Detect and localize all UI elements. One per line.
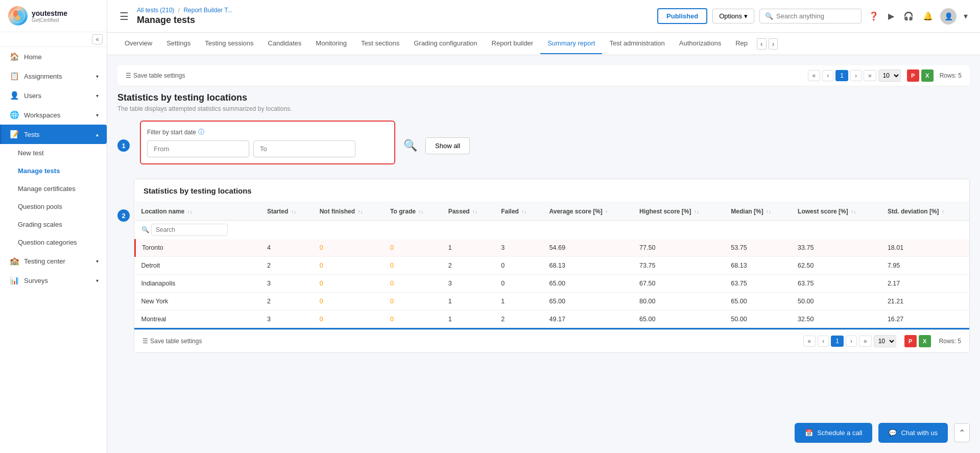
tab-authorizations[interactable]: Authorizations <box>672 33 728 54</box>
save-settings-button[interactable]: ☰ Save table settings <box>142 338 202 345</box>
sidebar-item-home[interactable]: 🏠 Home <box>0 47 107 66</box>
table-search-input[interactable] <box>151 224 228 236</box>
tab-candidates[interactable]: Candidates <box>261 33 309 54</box>
menu-button[interactable]: ☰ <box>117 8 131 25</box>
sidebar-item-grading-scales[interactable]: Grading scales <box>0 216 107 233</box>
first-page-button[interactable]: « <box>803 336 816 347</box>
last-page-button[interactable]: » <box>864 70 876 81</box>
sidebar-item-tests[interactable]: 📝 Tests ▴ <box>0 125 107 144</box>
cell-std-deviation: 18.01 <box>881 239 969 257</box>
tab-test-sections[interactable]: Test sections <box>354 33 407 54</box>
cell-std-deviation: 16.27 <box>881 311 969 328</box>
prev-page-button[interactable]: ‹ <box>822 70 833 81</box>
page-1-button[interactable]: 1 <box>835 70 848 81</box>
options-button[interactable]: Options ▾ <box>712 9 754 23</box>
first-page-button[interactable]: « <box>808 70 821 81</box>
rows-count: Rows: 5 <box>940 72 962 79</box>
options-label: Options <box>719 12 742 20</box>
all-tests-link[interactable]: All tests (210) <box>137 7 174 14</box>
page-title: Manage tests <box>137 15 651 26</box>
cell-to-grade: 0 <box>384 311 442 328</box>
cell-passed: 3 <box>442 275 495 293</box>
table-header-row: Location name ↑↓ Started ↑↓ Not finished… <box>135 203 970 221</box>
published-button[interactable]: Published <box>657 8 707 24</box>
collapse-btn[interactable]: « <box>92 34 103 44</box>
tab-overview[interactable]: Overview <box>117 33 159 54</box>
sidebar-item-manage-certificates[interactable]: Manage certificates <box>0 180 107 198</box>
sort-icon[interactable]: ↑↓ <box>766 209 771 214</box>
avatar[interactable]: 👤 <box>940 8 957 25</box>
sort-icon[interactable]: ↑↓ <box>521 209 527 214</box>
sort-icon[interactable]: ↑↓ <box>291 209 296 214</box>
headset-button[interactable]: 🎧 <box>901 9 916 23</box>
help-button[interactable]: ❓ <box>867 9 881 23</box>
sidebar-item-testing-center[interactable]: 🏫 Testing center ▾ <box>0 251 107 271</box>
report-builder-link[interactable]: Report Builder T... <box>183 7 232 14</box>
sidebar-item-workspaces[interactable]: 🌐 Workspaces ▾ <box>0 105 107 125</box>
cell-avg-score: 65.00 <box>543 293 634 311</box>
sidebar-item-manage-tests[interactable]: Manage tests <box>0 162 107 180</box>
breadcrumb: All tests (210) / Report Builder T... <box>137 7 651 14</box>
search-input[interactable] <box>776 12 848 20</box>
tab-rep[interactable]: Rep <box>728 33 755 54</box>
sidebar-item-question-pools[interactable]: Question pools <box>0 198 107 216</box>
cell-to-grade: 0 <box>384 257 442 275</box>
tab-report-builder[interactable]: Report builder <box>485 33 541 54</box>
list-icon: ☰ <box>142 338 148 345</box>
tab-test-administration[interactable]: Test administration <box>602 33 672 54</box>
tab-next-button[interactable]: › <box>769 38 778 50</box>
sort-icon[interactable]: ↑↓ <box>418 209 423 214</box>
export-pdf-button[interactable]: P <box>904 335 917 347</box>
top-save-settings-button[interactable]: ☰ Save table settings <box>126 72 185 79</box>
scroll-top-button[interactable]: ⌃ <box>954 423 970 442</box>
page-1-button[interactable]: 1 <box>831 336 844 347</box>
filter-from-input[interactable] <box>147 140 249 157</box>
rows-count: Rows: 5 <box>939 338 961 345</box>
sort-icon[interactable]: ↑↓ <box>357 209 363 214</box>
sort-icon[interactable]: ↑↓ <box>187 209 193 214</box>
filter-to-input[interactable] <box>253 140 355 157</box>
next-page-button[interactable]: › <box>850 70 862 81</box>
sort-icon[interactable]: ↑ <box>605 209 608 214</box>
sidebar-item-assignments[interactable]: 📋 Assignments ▾ <box>0 66 107 86</box>
chevron-down-icon[interactable]: ▾ <box>962 9 970 23</box>
sort-icon[interactable]: ↑↓ <box>851 209 856 214</box>
export-pdf-button[interactable]: P <box>907 69 919 82</box>
sort-icon[interactable]: ↑↓ <box>472 209 477 214</box>
cell-lowest-score: 50.00 <box>792 293 881 311</box>
last-page-button[interactable]: » <box>859 336 872 347</box>
cell-to-grade: 0 <box>384 275 442 293</box>
sidebar-item-surveys[interactable]: 📊 Surveys ▾ <box>0 271 107 290</box>
prev-page-button[interactable]: ‹ <box>818 336 829 347</box>
sidebar-item-label: Manage certificates <box>18 185 99 193</box>
export-excel-button[interactable]: X <box>921 69 934 82</box>
tab-settings[interactable]: Settings <box>159 33 198 54</box>
col-highest-score: Highest score [%] ↑↓ <box>633 203 725 221</box>
notifications-button[interactable]: 🔔 <box>921 9 935 23</box>
sidebar-item-question-categories[interactable]: Question categories <box>0 233 107 251</box>
sidebar-item-new-test[interactable]: New test <box>0 144 107 162</box>
schedule-call-button[interactable]: 📅 Schedule a call <box>795 423 872 443</box>
cell-highest-score: 77.50 <box>633 239 725 257</box>
tab-grading-configuration[interactable]: Grading configuration <box>407 33 484 54</box>
rows-per-page-select[interactable]: 10 25 50 <box>878 69 901 82</box>
sort-icon[interactable]: ↑↓ <box>694 209 699 214</box>
rows-per-page-select[interactable]: 10 25 50 <box>874 335 896 347</box>
sidebar-item-users[interactable]: 👤 Users ▾ <box>0 86 107 105</box>
export-excel-button[interactable]: X <box>919 335 931 347</box>
tab-summary-report[interactable]: Summary report <box>540 33 602 54</box>
tab-testing-sessions[interactable]: Testing sessions <box>198 33 260 54</box>
sidebar-collapse[interactable]: « <box>0 32 107 47</box>
sort-icon[interactable]: ↑ <box>942 209 944 214</box>
breadcrumb-separator: / <box>178 7 180 14</box>
chat-button[interactable]: 💬 Chat with us <box>878 423 948 443</box>
tab-monitoring[interactable]: Monitoring <box>308 33 354 54</box>
next-page-button[interactable]: › <box>846 336 857 347</box>
cell-started: 3 <box>261 311 314 328</box>
filter-search-button[interactable]: 🔍 <box>401 137 419 154</box>
cell-not-finished: 0 <box>314 311 384 328</box>
cell-failed: 0 <box>495 257 543 275</box>
tab-prev-button[interactable]: ‹ <box>757 38 767 50</box>
show-all-button[interactable]: Show all <box>425 137 470 154</box>
play-button[interactable]: ▶ <box>886 9 896 23</box>
